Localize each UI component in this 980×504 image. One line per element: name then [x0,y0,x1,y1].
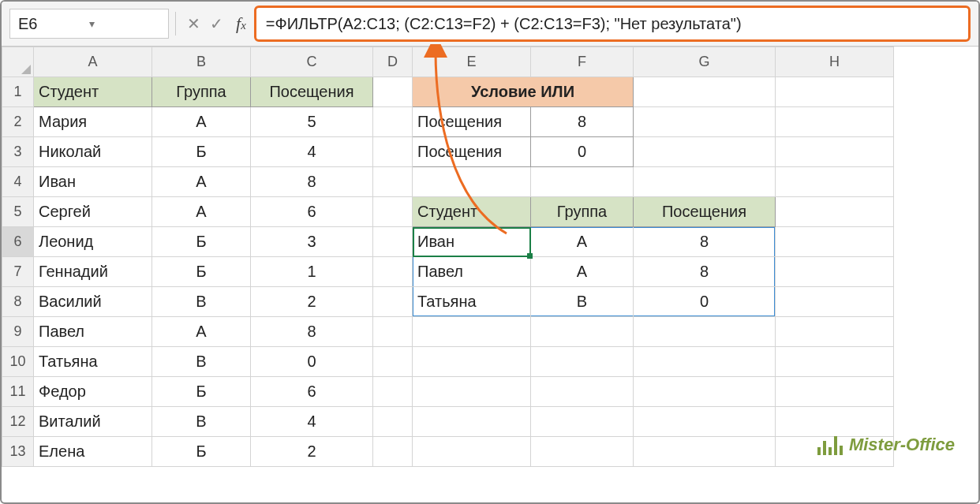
cell[interactable]: Группа [152,77,251,107]
cell[interactable]: А [152,197,251,227]
cell[interactable] [634,377,776,407]
cell[interactable]: Студент [413,197,531,227]
cell[interactable]: Б [152,377,251,407]
cell[interactable]: В [152,347,251,377]
cell[interactable] [634,317,776,347]
chevron-down-icon[interactable]: ▾ [89,17,160,30]
col-header-H[interactable]: H [776,47,894,77]
row-header[interactable]: 9 [2,317,34,347]
cell[interactable]: Елена [34,437,152,467]
cell[interactable] [776,407,894,437]
cell[interactable] [634,77,776,107]
col-header-A[interactable]: A [34,47,152,77]
cell[interactable] [776,167,894,197]
cell[interactable] [413,317,531,347]
col-header-G[interactable]: G [634,47,776,77]
cell[interactable]: В [152,407,251,437]
cell[interactable] [634,437,776,467]
cell[interactable]: Павел [413,257,531,287]
cell[interactable]: Посещения [413,137,531,167]
cell[interactable]: 8 [251,317,373,347]
select-all-corner[interactable] [2,47,34,77]
cell[interactable]: Посещения [413,107,531,137]
cell[interactable] [776,257,894,287]
cell[interactable] [373,137,413,167]
col-header-D[interactable]: D [373,47,413,77]
cell[interactable]: 0 [531,137,634,167]
cell[interactable] [634,407,776,437]
cell[interactable]: Павел [34,317,152,347]
row-header[interactable]: 12 [2,407,34,437]
cell[interactable]: 8 [531,107,634,137]
row-header[interactable]: 1 [2,77,34,107]
cell[interactable] [531,317,634,347]
cell[interactable]: Б [152,257,251,287]
cell[interactable]: Посещения [634,197,776,227]
cell[interactable]: 4 [251,137,373,167]
enter-icon[interactable]: ✓ [205,14,228,33]
cell[interactable]: Посещения [251,77,373,107]
cell[interactable] [634,347,776,377]
cell[interactable]: Мария [34,107,152,137]
fx-icon[interactable]: fx [228,13,254,34]
cell[interactable] [413,407,531,437]
cell[interactable]: Группа [531,197,634,227]
cell[interactable] [634,107,776,137]
cell[interactable] [531,407,634,437]
active-cell[interactable]: Иван [413,227,531,257]
cell[interactable] [634,137,776,167]
cell[interactable] [373,377,413,407]
cell[interactable]: 6 [251,197,373,227]
cell[interactable]: Иван [34,167,152,197]
sheet-table[interactable]: A B C D E F G H 1 Студент Группа Посещен… [2,47,894,467]
cell[interactable] [373,167,413,197]
name-box[interactable]: E6 ▾ [9,9,169,39]
cell[interactable]: 8 [251,167,373,197]
row-header[interactable]: 8 [2,287,34,317]
cell[interactable] [373,227,413,257]
cell[interactable] [373,437,413,467]
cell[interactable]: 0 [634,287,776,317]
cell[interactable]: А [531,227,634,257]
cell[interactable]: Леонид [34,227,152,257]
cell[interactable] [373,107,413,137]
cell[interactable] [531,377,634,407]
cell[interactable] [776,317,894,347]
cell[interactable] [531,437,634,467]
cell[interactable] [373,197,413,227]
cell[interactable]: 6 [251,377,373,407]
row-header[interactable]: 6 [2,227,34,257]
cell[interactable]: 2 [251,437,373,467]
cell[interactable]: Федор [34,377,152,407]
cell[interactable]: Василий [34,287,152,317]
cell[interactable]: Студент [34,77,152,107]
cell[interactable] [413,347,531,377]
row-header[interactable]: 13 [2,437,34,467]
col-header-E[interactable]: E [413,47,531,77]
formula-input[interactable]: =ФИЛЬТР(A2:C13; (C2:C13=F2) + (C2:C13=F3… [254,6,971,42]
cell[interactable]: 3 [251,227,373,257]
cell[interactable]: Николай [34,137,152,167]
cell[interactable] [373,77,413,107]
row-header[interactable]: 10 [2,347,34,377]
cell[interactable]: Б [152,437,251,467]
cell[interactable] [776,287,894,317]
cell[interactable]: А [152,167,251,197]
cell[interactable]: А [152,317,251,347]
cell[interactable] [413,167,531,197]
cell[interactable]: Татьяна [34,347,152,377]
cell[interactable] [776,227,894,257]
cell[interactable] [373,287,413,317]
row-header[interactable]: 11 [2,377,34,407]
cell[interactable] [373,407,413,437]
cell[interactable]: Б [152,137,251,167]
row-header[interactable]: 2 [2,107,34,137]
cell[interactable]: Геннадий [34,257,152,287]
cell[interactable]: 8 [634,227,776,257]
col-header-C[interactable]: C [251,47,373,77]
cell[interactable] [413,437,531,467]
cell[interactable]: 8 [634,257,776,287]
cell[interactable] [776,377,894,407]
cell[interactable]: А [531,257,634,287]
cell[interactable] [634,167,776,197]
